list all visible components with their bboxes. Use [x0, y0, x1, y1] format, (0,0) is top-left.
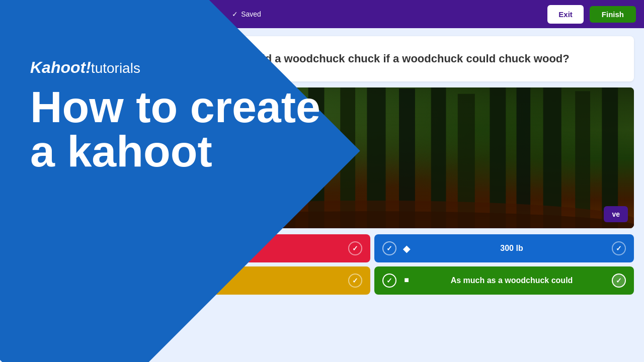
exit-button[interactable]: Exit: [547, 5, 584, 24]
finish-button[interactable]: Finish: [590, 6, 636, 23]
saved-label: Saved: [241, 10, 261, 18]
answer-check-4: ✓: [382, 274, 396, 288]
saved-status: ✓ Saved: [232, 10, 261, 18]
diamond-icon: ◆: [401, 243, 412, 253]
answer-check-2: ✓: [382, 241, 396, 255]
answer-button-4[interactable]: ✓ ■ As much as a woodchuck could ✓: [374, 266, 634, 295]
answer-correct-4: ✓: [612, 274, 626, 288]
square-icon: ■: [401, 276, 412, 286]
svg-rect-15: [575, 91, 590, 228]
remove-image-button[interactable]: ve: [604, 206, 628, 222]
answer-button-2[interactable]: ✓ ◆ 300 lb ✓: [374, 234, 634, 262]
answer-text-4: As much as a woodchuck could: [417, 276, 607, 285]
answer-text-2: 300 lb: [417, 244, 607, 253]
checkmark-icon: ✓: [232, 10, 238, 18]
answer-correct-3: ✓: [348, 274, 362, 288]
answer-correct-1: ✓: [348, 241, 362, 255]
answer-correct-2: ✓: [612, 241, 626, 255]
